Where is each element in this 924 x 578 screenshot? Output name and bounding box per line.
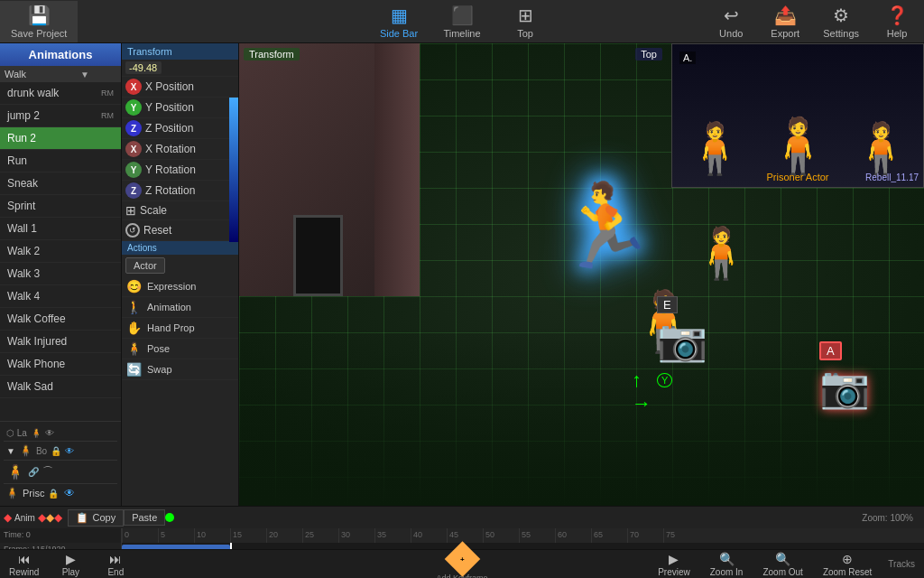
z-rotation-button[interactable]: Z <box>125 182 142 199</box>
x-rotation-row[interactable]: X X Rotation <box>122 139 238 160</box>
transform-viewport-label: Transform <box>244 48 300 61</box>
export-button[interactable]: 📤 Export <box>758 1 812 42</box>
anim-item-run[interactable]: Run <box>0 150 121 172</box>
visibility-toggle[interactable]: 👁 <box>64 487 75 499</box>
top-view-button[interactable]: ⊞ Top <box>494 1 557 42</box>
animation-action[interactable]: 🚶 Animation <box>122 297 238 318</box>
transform-header: Transform <box>122 43 238 60</box>
prisoner-actor[interactable]: 🏃 <box>555 179 656 274</box>
zoom-label: Zoom: 100% <box>862 513 913 523</box>
anim-item-walk-sad[interactable]: Walk Sad <box>0 376 121 398</box>
actor-id-label: Rebell_11.17 <box>865 172 919 182</box>
rewind-button[interactable]: ⏮ Rewind <box>0 550 48 579</box>
x-axis-button[interactable]: X <box>125 79 142 95</box>
add-keyframe-button[interactable]: + <box>444 541 480 577</box>
zoom-reset-icon: ⊕ <box>842 552 853 566</box>
anim-diamond-2: ◆ <box>38 511 46 524</box>
swap-action[interactable]: 🔄 Swap <box>122 359 238 380</box>
gizmo-arrow-right: → <box>632 392 651 415</box>
green-status-dot <box>165 513 174 522</box>
actor-label-button[interactable]: Actor <box>122 255 238 276</box>
zoom-in-button[interactable]: 🔍 Zoom In <box>701 550 753 579</box>
center-toolbar: ▦ Side Bar ⬛ Timeline ⊞ Top <box>367 1 557 42</box>
preview-actor-2: 🧍 <box>764 114 832 178</box>
preview-button[interactable]: ▶ Preview <box>649 550 699 579</box>
x-position-row[interactable]: X X Position <box>122 77 238 98</box>
camera-e[interactable]: E 📷 <box>657 296 707 364</box>
preview-content: 🧍 🧍 🧍 <box>672 44 923 187</box>
y-axis-button[interactable]: Y <box>125 99 142 116</box>
end-button[interactable]: ⏭ End <box>93 550 138 579</box>
anim-item-run2[interactable]: Run 2 <box>0 127 121 150</box>
anim-item-walk3[interactable]: Walk 3 <box>0 263 121 285</box>
anim-item-drunk-walk[interactable]: drunk walkRM <box>0 82 121 105</box>
timeline-track[interactable] <box>122 543 924 549</box>
z-rotation-row[interactable]: Z Z Rotation <box>122 181 238 201</box>
y-rotation-button[interactable]: Y <box>125 162 142 178</box>
transform-gizmo: ↑ → Y <box>632 368 651 415</box>
actor-prisoner-row[interactable]: 🧍 Prisc 🔒 👁 <box>4 484 117 502</box>
undo-icon: ↩ <box>724 5 739 26</box>
sidebar-button[interactable]: ▦ Side Bar <box>367 1 430 42</box>
blue-indicator-bar <box>229 98 238 242</box>
anim-diamond-red: ◆ <box>4 511 12 524</box>
anim-item-walk2[interactable]: Walk 2 <box>0 240 121 263</box>
anim-item-sneak[interactable]: Sneak <box>0 172 121 195</box>
scale-label: Scale <box>140 204 167 217</box>
save-project-button[interactable]: 💾 Save Project <box>0 1 78 42</box>
z-position-row[interactable]: Z Z Position <box>122 118 238 139</box>
search-input[interactable] <box>5 69 77 79</box>
standing-actor[interactable]: 🧍 <box>690 224 753 283</box>
preview-actors: 🧍 🧍 🧍 <box>684 114 912 178</box>
anim-item-jump2[interactable]: jump 2RM <box>0 105 121 127</box>
sidebar-icon: ▦ <box>391 5 408 26</box>
anim-item-walk-coffee[interactable]: Walk Coffee <box>0 308 121 331</box>
frame-label: Frame: 115/1920 <box>0 543 122 549</box>
z-axis-button[interactable]: Z <box>125 120 142 136</box>
anim-item-walk4[interactable]: Walk 4 <box>0 285 121 308</box>
timeline-button[interactable]: ⬛ Timeline <box>430 1 494 42</box>
reset-icon: ↺ <box>125 223 140 238</box>
scale-row[interactable]: ⊞ Scale <box>122 201 238 220</box>
dropdown-arrow-icon[interactable]: ▼ <box>80 70 89 79</box>
reset-button[interactable]: ↺ Reset <box>122 220 238 241</box>
camera-a[interactable]: A 📷 <box>819 341 870 411</box>
export-icon: 📤 <box>774 5 797 26</box>
swap-label: Swap <box>147 364 172 375</box>
copy-icon: 📋 <box>76 512 88 524</box>
3d-viewport[interactable]: 🏃 🧍 🧍 E 📷 A 📷 ↑ → Y Transform <box>239 43 924 506</box>
expression-action[interactable]: 😊 Expression <box>122 276 238 297</box>
paste-button[interactable]: Paste <box>124 509 165 526</box>
zoom-reset-button[interactable]: ⊕ Zoom Reset <box>814 550 881 579</box>
undo-button[interactable]: ↩ Undo <box>704 1 758 42</box>
y-position-row[interactable]: Y Y Position <box>122 98 238 118</box>
z-position-label: Z Position <box>145 122 193 135</box>
anim-diamond-3: ◆ <box>46 511 54 524</box>
hand-prop-action[interactable]: ✋ Hand Prop <box>122 318 238 339</box>
settings-button[interactable]: ⚙ Settings <box>812 1 870 42</box>
tracks-button[interactable]: Tracks <box>882 557 920 571</box>
play-button[interactable]: ▶ Play <box>48 550 93 579</box>
panel-search: ▼ <box>0 66 121 82</box>
anim-item-walk1[interactable]: Wall 1 <box>0 218 121 240</box>
preview-actor-1: 🧍 <box>684 119 746 178</box>
help-button[interactable]: ❓ Help <box>870 1 924 42</box>
y-rotation-row[interactable]: Y Y Rotation <box>122 160 238 181</box>
copy-button[interactable]: 📋 Copy <box>68 509 124 527</box>
actor-section: ⬡ La 🧍 👁 ▼ 🧍 Bo 🔒 👁 🧍 🔗 ⌒ 🧍 Prisc 🔒 � <box>0 421 121 506</box>
preview-icon: ▶ <box>669 552 679 566</box>
anim-item-walk-injured[interactable]: Walk Injured <box>0 331 121 353</box>
anim-item-sprint[interactable]: Sprint <box>0 195 121 218</box>
animations-panel: Animations ▼ drunk walkRM jump 2RM Run 2… <box>0 43 122 506</box>
preview-a-label: A. <box>679 51 696 64</box>
zoom-out-button[interactable]: 🔍 Zoom Out <box>753 550 811 579</box>
pose-action[interactable]: 🧍 Pose <box>122 339 238 359</box>
top-view-label: Top <box>635 48 662 61</box>
scrubber-head[interactable] <box>230 543 232 549</box>
preview-actor-3: 🧍 <box>850 119 912 178</box>
pose-label: Pose <box>147 343 170 354</box>
anim-item-walk-phone[interactable]: Walk Phone <box>0 353 121 376</box>
zoom-out-icon: 🔍 <box>775 552 790 566</box>
x-rotation-button[interactable]: X <box>125 141 142 157</box>
zoom-controls: ▶ Preview 🔍 Zoom In 🔍 Zoom Out ⊕ Zoom Re… <box>649 550 924 579</box>
